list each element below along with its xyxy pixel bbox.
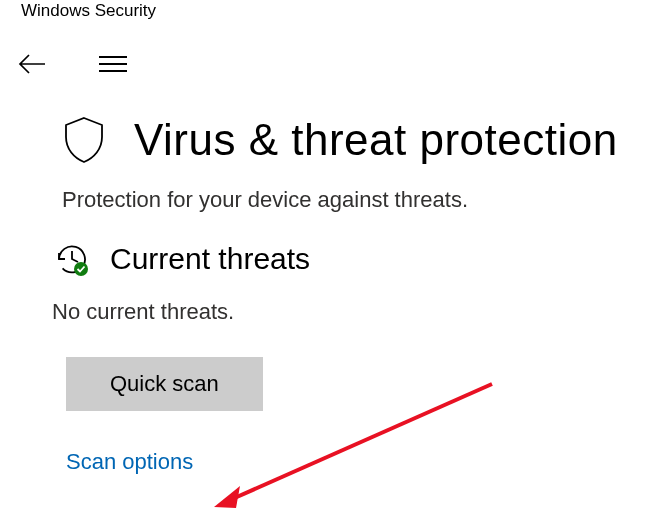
scan-options-link[interactable]: Scan options — [66, 449, 193, 475]
toolbar — [0, 21, 664, 75]
page-subtitle: Protection for your device against threa… — [62, 187, 664, 213]
back-arrow-icon[interactable] — [18, 53, 45, 75]
page-title: Virus & threat protection — [134, 115, 618, 165]
page-header: Virus & threat protection — [62, 115, 664, 165]
threats-status-text: No current threats. — [52, 299, 664, 325]
hamburger-menu-icon[interactable] — [99, 56, 127, 72]
history-check-icon — [54, 241, 90, 277]
window-title: Windows Security — [0, 0, 664, 21]
shield-icon — [62, 115, 106, 165]
current-threats-section: Current threats No current threats. Quic… — [54, 241, 664, 475]
svg-marker-2 — [214, 486, 240, 508]
quick-scan-button[interactable]: Quick scan — [66, 357, 263, 411]
main-content: Virus & threat protection Protection for… — [0, 75, 664, 475]
section-title: Current threats — [110, 242, 310, 276]
section-header: Current threats — [54, 241, 664, 277]
svg-point-0 — [74, 262, 88, 276]
